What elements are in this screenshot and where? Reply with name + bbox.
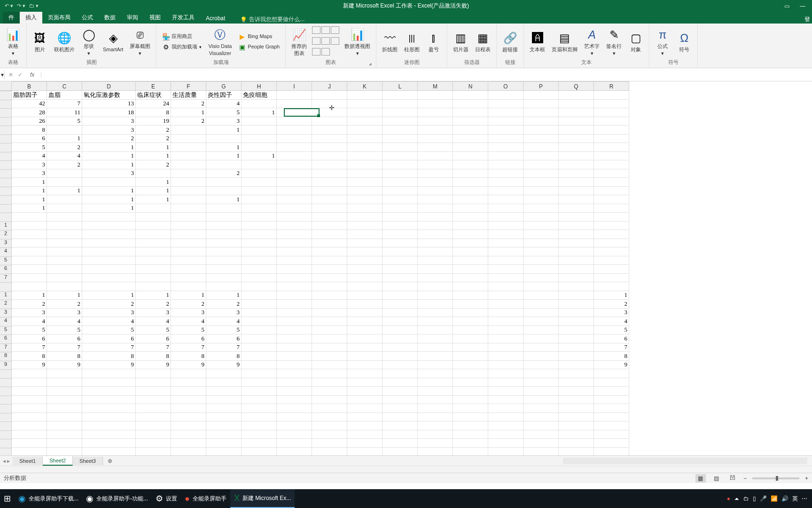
cell[interactable]	[453, 378, 488, 387]
tab-file[interactable]: 件	[3, 12, 20, 24]
cell[interactable]	[47, 265, 82, 274]
cell[interactable]	[383, 91, 418, 100]
cell[interactable]: 4	[594, 317, 629, 326]
col-header-B[interactable]: B	[12, 81, 47, 91]
cell[interactable]: 6	[12, 135, 47, 143]
cell[interactable]	[523, 352, 559, 361]
cell[interactable]	[82, 430, 136, 439]
cell[interactable]: 1	[47, 135, 82, 143]
cell[interactable]	[453, 352, 488, 361]
cell[interactable]	[418, 160, 453, 169]
cell[interactable]	[383, 274, 418, 283]
cell[interactable]: 5	[12, 326, 47, 335]
cell[interactable]	[242, 135, 277, 143]
cell[interactable]	[523, 108, 559, 117]
cell[interactable]: 1	[12, 195, 47, 204]
cell[interactable]	[242, 317, 277, 326]
cell[interactable]	[277, 326, 312, 335]
cell[interactable]	[277, 222, 312, 230]
cell[interactable]	[347, 135, 383, 143]
cell[interactable]	[594, 195, 629, 204]
cell[interactable]	[383, 396, 418, 405]
cell[interactable]: 13	[82, 100, 136, 109]
cell[interactable]	[488, 126, 523, 135]
cell[interactable]	[594, 91, 629, 100]
cell[interactable]	[206, 265, 242, 274]
cell[interactable]	[47, 274, 82, 283]
cell[interactable]	[488, 404, 523, 413]
hyperlink-button[interactable]: 🔗超链接	[500, 30, 520, 53]
cell[interactable]	[383, 256, 418, 265]
cell[interactable]: 3	[47, 309, 82, 318]
cell[interactable]	[488, 230, 523, 239]
zoom-in-button[interactable]: +	[805, 475, 808, 482]
cell[interactable]	[347, 230, 383, 239]
sheet-tab-2[interactable]: Sheet2	[43, 456, 73, 466]
cell[interactable]	[242, 247, 277, 256]
cell[interactable]	[12, 274, 47, 283]
cell[interactable]	[383, 160, 418, 169]
cell[interactable]	[47, 239, 82, 248]
cell[interactable]	[418, 247, 453, 256]
symbol-button[interactable]: Ω符号	[675, 30, 694, 53]
cell[interactable]	[523, 291, 559, 300]
cell[interactable]	[347, 195, 383, 204]
row-header[interactable]: 1	[0, 222, 12, 230]
cell[interactable]	[82, 369, 136, 378]
cell[interactable]	[488, 413, 523, 422]
cell[interactable]: 18	[82, 108, 136, 117]
cell[interactable]: 7	[594, 343, 629, 352]
cell[interactable]	[242, 430, 277, 439]
cell[interactable]	[559, 291, 594, 300]
taskbar-settings[interactable]: ⚙设置	[152, 489, 181, 508]
cell[interactable]	[277, 378, 312, 387]
cell[interactable]	[488, 396, 523, 405]
cell[interactable]: 8	[12, 126, 47, 135]
cell[interactable]: 8	[136, 108, 171, 117]
cell[interactable]	[488, 361, 523, 370]
cell[interactable]: 血脂	[47, 91, 82, 100]
cell[interactable]	[594, 108, 629, 117]
cell[interactable]	[488, 326, 523, 335]
cell[interactable]	[242, 300, 277, 309]
cell[interactable]	[242, 326, 277, 335]
wordart-button[interactable]: A艺术字▾	[582, 26, 601, 56]
cell[interactable]	[47, 369, 82, 378]
cell[interactable]	[242, 282, 277, 291]
cell[interactable]: 8	[12, 352, 47, 361]
cell[interactable]	[136, 282, 171, 291]
cell[interactable]	[347, 152, 383, 161]
cell[interactable]	[488, 274, 523, 283]
cell[interactable]: 3	[136, 309, 171, 318]
cell[interactable]	[347, 326, 383, 335]
cell[interactable]	[383, 213, 418, 222]
row-header[interactable]	[0, 213, 12, 222]
cell[interactable]: 3	[594, 309, 629, 318]
cell[interactable]	[418, 204, 453, 213]
cell[interactable]	[47, 204, 82, 213]
cell[interactable]	[383, 309, 418, 318]
cell[interactable]	[277, 187, 312, 196]
cell[interactable]	[347, 91, 383, 100]
row-header[interactable]: 8	[0, 352, 12, 361]
cell[interactable]	[242, 334, 277, 343]
cell[interactable]: 2	[82, 300, 136, 309]
cell[interactable]	[523, 239, 559, 248]
cell[interactable]: 4	[206, 100, 242, 109]
cell[interactable]: 1	[206, 291, 242, 300]
cell[interactable]	[347, 108, 383, 117]
cell[interactable]	[418, 361, 453, 370]
cell[interactable]	[242, 195, 277, 204]
cell[interactable]	[383, 230, 418, 239]
cell[interactable]	[383, 117, 418, 126]
cell[interactable]	[418, 352, 453, 361]
cell[interactable]	[523, 274, 559, 283]
cell[interactable]	[277, 178, 312, 187]
cell[interactable]	[242, 352, 277, 361]
fx-icon[interactable]: fx	[27, 71, 37, 78]
cell[interactable]	[523, 91, 559, 100]
cell[interactable]	[277, 91, 312, 100]
cell[interactable]	[347, 421, 383, 430]
cell[interactable]: 1	[82, 204, 136, 213]
tab-insert[interactable]: 插入	[20, 12, 42, 24]
